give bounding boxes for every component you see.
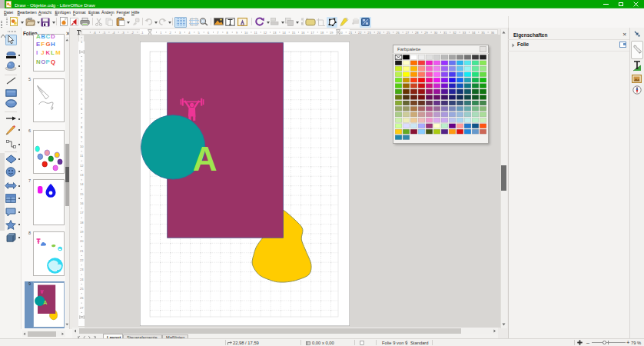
svg-text:O: O	[41, 58, 45, 65]
svg-text:32: 32	[453, 30, 456, 34]
svg-text:C: C	[46, 35, 51, 40]
svg-text:6: 6	[81, 107, 83, 111]
svg-text:4: 4	[81, 88, 83, 91]
svg-text:15: 15	[79, 192, 83, 196]
svg-text:9: 9	[236, 30, 238, 34]
svg-text:3: 3	[179, 30, 181, 34]
svg-text:8: 8	[226, 30, 228, 34]
svg-text:21: 21	[349, 30, 353, 34]
svg-text:30: 30	[434, 30, 438, 34]
svg-text:9: 9	[81, 135, 83, 139]
svg-text:17: 17	[310, 30, 314, 34]
svg-text:B: B	[41, 35, 45, 40]
svg-text:N: N	[36, 58, 41, 65]
svg-text:24: 24	[377, 30, 381, 34]
svg-text:14: 14	[79, 182, 83, 186]
svg-text:21: 21	[79, 249, 83, 253]
svg-text:5: 5	[198, 30, 201, 34]
svg-text:-6: -6	[93, 30, 96, 34]
svg-text:P: P	[46, 58, 50, 65]
svg-text:5: 5	[81, 97, 83, 101]
svg-text:13: 13	[79, 173, 83, 177]
svg-text:3: 3	[81, 78, 83, 82]
svg-text:27: 27	[79, 306, 83, 310]
svg-text:-4: -4	[112, 30, 115, 34]
svg-text:8: 8	[81, 125, 83, 129]
svg-text:H: H	[51, 40, 55, 47]
svg-text:11: 11	[254, 30, 258, 34]
svg-text:E: E	[36, 40, 40, 47]
svg-text:14: 14	[282, 30, 286, 34]
svg-text:2: 2	[81, 68, 83, 72]
svg-text:27: 27	[406, 30, 410, 34]
svg-text:1: 1	[81, 59, 83, 63]
svg-text:16: 16	[301, 30, 305, 34]
svg-text:18: 18	[79, 221, 83, 225]
svg-text:33: 33	[463, 30, 466, 34]
svg-text:31: 31	[443, 30, 447, 34]
svg-text:36: 36	[491, 30, 495, 34]
svg-text:-2: -2	[131, 30, 134, 34]
svg-text:A: A	[193, 140, 217, 178]
svg-text:15: 15	[292, 30, 296, 34]
svg-text:-5: -5	[103, 30, 106, 34]
svg-text:Q: Q	[51, 58, 55, 65]
svg-text:1: 1	[81, 40, 83, 44]
svg-text:34: 34	[472, 30, 476, 34]
svg-text:22: 22	[358, 30, 362, 34]
svg-text:11: 11	[80, 154, 84, 158]
svg-text:19: 19	[79, 230, 83, 234]
svg-text:10: 10	[79, 145, 83, 148]
svg-text:13: 13	[273, 30, 277, 34]
svg-text:18: 18	[320, 30, 324, 34]
svg-text:F: F	[41, 40, 45, 47]
svg-text:16: 16	[79, 201, 83, 205]
svg-text:7: 7	[217, 30, 219, 34]
svg-text:-1: -1	[141, 30, 144, 34]
svg-text:25: 25	[387, 30, 390, 34]
svg-text:A: A	[43, 299, 48, 306]
svg-text:26: 26	[79, 296, 83, 300]
svg-text:23: 23	[367, 30, 371, 34]
svg-text:D: D	[51, 35, 55, 40]
svg-text:17: 17	[79, 211, 83, 215]
svg-text:23: 23	[79, 268, 83, 271]
svg-text:20: 20	[79, 239, 83, 243]
svg-text:29: 29	[424, 30, 428, 34]
svg-text:G: G	[46, 40, 51, 47]
svg-text:28: 28	[415, 30, 419, 34]
svg-text:25: 25	[79, 287, 83, 291]
svg-text:2: 2	[170, 30, 172, 34]
svg-text:K: K	[46, 49, 51, 56]
svg-text:12: 12	[264, 30, 267, 34]
svg-text:22: 22	[79, 258, 83, 262]
svg-text:L: L	[51, 49, 55, 56]
svg-text:J: J	[41, 49, 44, 56]
svg-text:I: I	[36, 49, 38, 56]
svg-text:A: A	[36, 35, 41, 40]
svg-text:M: M	[55, 49, 61, 56]
svg-text:7: 7	[81, 116, 83, 120]
svg-text:6: 6	[207, 30, 210, 34]
svg-text:24: 24	[79, 278, 83, 281]
svg-text:1: 1	[160, 30, 162, 34]
svg-text:12: 12	[79, 164, 83, 168]
svg-text:26: 26	[396, 30, 400, 34]
svg-text:19: 19	[330, 30, 334, 34]
svg-text:35: 35	[481, 30, 485, 34]
svg-text:4: 4	[188, 30, 191, 34]
svg-text:10: 10	[244, 30, 248, 34]
svg-text:-3: -3	[121, 30, 124, 34]
